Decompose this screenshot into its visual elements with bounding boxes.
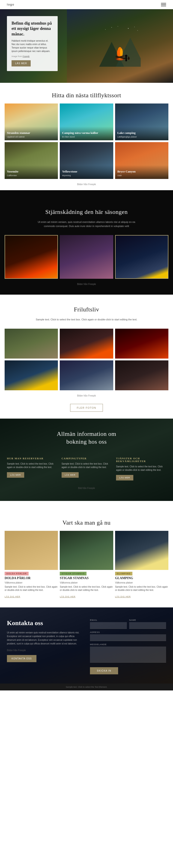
email-input[interactable] — [90, 622, 127, 629]
form-row-3: Meddelande — [90, 643, 166, 662]
list-item[interactable]: Yellowstone Wyoming — [60, 142, 113, 179]
list-item[interactable] — [5, 235, 58, 279]
address-field: Adress — [90, 631, 166, 641]
where-link-3[interactable]: LÄS DIG HER — [115, 595, 131, 598]
message-field: Meddelande — [90, 643, 166, 662]
svg-point-8 — [125, 55, 128, 57]
svg-point-16 — [128, 28, 129, 29]
booking-col-1: HUR MAN RESERVERAR Sample text. Click to… — [7, 457, 57, 480]
where-body-2: Sample text. Click to select the text bo… — [60, 585, 113, 592]
where-link-2[interactable]: LÄS DIG HER — [60, 595, 75, 598]
where-grid: DOLDA PÄRLOR DOLDA PÄRLOR Välkomna plats… — [0, 531, 173, 600]
message-textarea[interactable] — [90, 647, 166, 662]
booking-col-3: TJÄNSTER OCH BEKVÄMLIGHETER Sample text.… — [116, 457, 166, 480]
booking-section: Allmän information om bokning hos oss HU… — [0, 418, 173, 501]
name-label: Name — [129, 619, 166, 621]
list-item: DOLDA PÄRLOR DOLDA PÄRLOR Välkomna plats… — [5, 531, 58, 598]
star-thumb-1 — [5, 235, 58, 279]
hero-cta-button[interactable]: LÄS MER — [11, 60, 31, 66]
svg-point-4 — [117, 50, 120, 57]
outdoor-gallery — [0, 329, 173, 393]
star-photo-credit: Bilder från Freepik — [0, 281, 173, 290]
svg-point-17 — [134, 27, 135, 27]
outdoor-thumb-3 — [115, 329, 168, 359]
find-caption-6: Bryce Canyon Utah — [115, 165, 168, 179]
hero-body: Habitant morbi tristique senectus et. Ne… — [11, 39, 53, 53]
outdoor-title: Friluftsliv — [0, 297, 173, 318]
submit-button[interactable]: SKICKA IN — [90, 667, 118, 674]
list-item[interactable] — [115, 361, 168, 390]
list-item[interactable] — [60, 329, 113, 359]
booking-col-1-body: Sample text. Click to select the text bo… — [7, 462, 57, 469]
contact-cta-button[interactable]: KONTAKTA OSS — [7, 655, 36, 662]
booking-col-3-heading: TJÄNSTER OCH BEKVÄMLIGHETER — [116, 457, 166, 463]
message-label: Meddelande — [90, 643, 166, 646]
contact-body: Ut enim ad minim veniam quis nostrud exe… — [7, 631, 83, 646]
email-field: Email — [90, 619, 127, 629]
hero-source-link[interactable]: Freepik — [23, 55, 29, 58]
list-item[interactable] — [115, 235, 168, 279]
outdoor-thumb-4 — [5, 361, 58, 390]
booking-col-2-btn[interactable]: LÄS MER — [61, 472, 79, 478]
booking-col-2-heading: CAMPINGTYPER — [61, 457, 112, 460]
where-sub-2: Välkomna platser — [60, 582, 113, 584]
list-item[interactable] — [5, 329, 58, 359]
where-heading-1: DOLDA PÄRLOR — [5, 577, 58, 580]
outdoor-photo-credit: Bilder från Freepik — [0, 393, 173, 402]
form-row-2: Adress — [90, 631, 166, 641]
find-title: Hitta din nästa tillflyktssort — [0, 83, 173, 103]
more-photos-button[interactable]: FLER FOTON — [70, 404, 103, 412]
list-item[interactable] — [60, 361, 113, 390]
find-photo-credit: Bilder från Freepik — [0, 181, 173, 190]
where-body-1: Sample text. Click to select the text bo… — [5, 585, 58, 592]
address-input[interactable] — [90, 634, 166, 641]
where-badge-2: STIGAR STAMNAS — [60, 572, 86, 576]
svg-point-5 — [120, 49, 123, 57]
hero-image — [67, 9, 173, 83]
contact-left: Kontakta oss Ut enim ad minim veniam qui… — [7, 619, 83, 674]
hero-section: Befinn dig utomhus på ett mysigt läger d… — [0, 9, 173, 83]
outdoor-subtitle: Sample text. Click to select the text bo… — [29, 318, 144, 322]
list-item[interactable]: Bryce Canyon Utah — [115, 142, 168, 179]
where-badge-1: DOLDA PÄRLOR — [5, 572, 29, 576]
list-item[interactable] — [115, 329, 168, 359]
svg-rect-12 — [128, 56, 129, 59]
list-item[interactable] — [5, 361, 58, 390]
booking-col-3-body: Sample text. Click to select the text bo… — [116, 465, 166, 472]
find-caption-1: Stranden stamnar Upplevd vid vattnet — [5, 126, 58, 140]
footer-bar: Sample text. Click to select the Text El… — [0, 684, 173, 690]
list-item[interactable]: Camping nära varma källor En liten stund — [60, 103, 113, 140]
booking-col-1-heading: HUR MAN RESERVERAR — [7, 457, 57, 460]
booking-col-2: CAMPINGTYPER Sample text. Click to selec… — [61, 457, 112, 480]
outdoor-thumb-6 — [115, 361, 168, 390]
where-thumb-1 — [5, 531, 58, 570]
star-section: Stjärnskådning den här säsongen Ut enim … — [0, 190, 173, 294]
where-body-3: Sample text. Click to select the text bo… — [115, 585, 168, 592]
booking-col-3-btn[interactable]: LÄS MER — [116, 475, 133, 480]
booking-col-1-btn[interactable]: LÄS MER — [7, 472, 24, 478]
name-input[interactable] — [129, 622, 166, 629]
contact-grid: Kontakta oss Ut enim ad minim veniam qui… — [7, 619, 166, 674]
more-photos-wrap: FLER FOTON — [0, 402, 173, 418]
list-item[interactable] — [60, 235, 113, 279]
list-item[interactable]: Stranden stamnar Upplevd vid vattnet — [5, 103, 58, 140]
svg-point-14 — [112, 27, 112, 28]
address-label: Adress — [90, 631, 166, 633]
footer-text: Sample text. Click to select the Text El… — [66, 686, 107, 688]
where-section: Vart ska man gå nu DOLDA PÄRLOR DOLDA PÄ… — [0, 501, 173, 608]
form-row-1: Email Name — [90, 619, 166, 629]
find-caption-3: Lake camping Lättillgängliga platser — [115, 126, 168, 140]
hamburger-button[interactable] — [161, 3, 166, 6]
list-item[interactable]: Lake camping Lättillgängliga platser — [115, 103, 168, 140]
where-heading-2: STIGAR STAMNAS — [60, 577, 113, 580]
star-gallery — [0, 235, 173, 281]
booking-columns: HUR MAN RESERVERAR Sample text. Click to… — [7, 457, 166, 480]
list-item[interactable]: Yosemite Californien — [5, 142, 58, 179]
contact-photo-credit: Bilder från Freepik — [7, 649, 83, 652]
where-title: Vart ska man gå nu — [0, 510, 173, 531]
hero-heading: Befinn dig utomhus på ett mysigt läger d… — [11, 21, 53, 37]
star-thumb-3 — [115, 235, 168, 279]
where-link-1[interactable]: LÄS DIG HER — [5, 595, 20, 598]
list-item: GLAMPING GLAMPING Välkomna platser Sampl… — [115, 531, 168, 598]
outdoor-thumb-5 — [60, 361, 113, 390]
